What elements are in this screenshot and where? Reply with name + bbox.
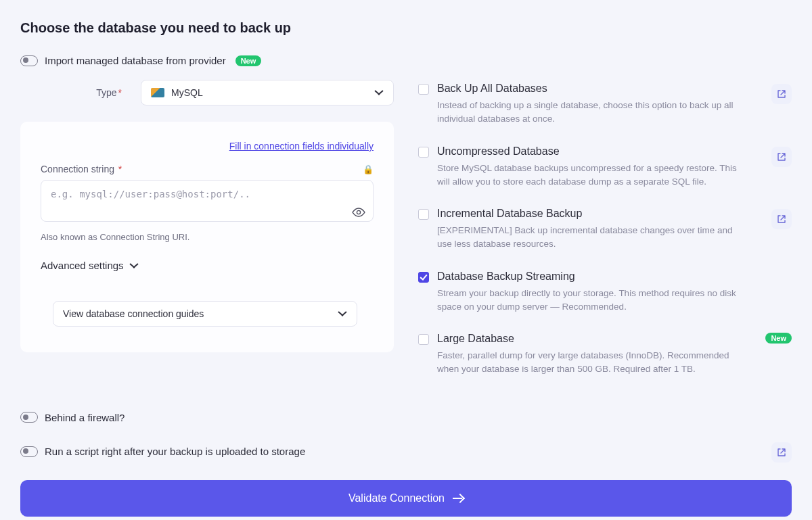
option-description: Stream your backup directly to your stor… [437, 287, 748, 314]
firewall-toggle-row: Behind a firewall? [20, 412, 792, 423]
option-description: Faster, parallel dump for very large dat… [437, 349, 748, 377]
option-row: Back Up All DatabasesInstead of backing … [418, 82, 792, 126]
import-toggle[interactable] [20, 55, 38, 66]
external-link-icon[interactable] [771, 209, 792, 229]
external-link-icon[interactable] [771, 84, 792, 104]
external-link-icon[interactable] [771, 147, 792, 167]
connection-string-hint: Also known as Connection String URI. [41, 232, 374, 242]
arrow-right-icon [453, 495, 464, 502]
option-row: Database Backup StreamingStream your bac… [418, 270, 792, 314]
option-row: Large DatabaseFaster, parallel dump for … [418, 333, 792, 377]
option-checkbox[interactable] [418, 147, 429, 158]
mysql-icon [151, 88, 164, 97]
option-checkbox[interactable] [418, 84, 429, 95]
option-title: Uncompressed Database [437, 145, 763, 158]
post-script-toggle[interactable] [20, 446, 38, 457]
guides-select[interactable]: View database connection guides [53, 301, 357, 327]
post-script-row: Run a script right after your backup is … [20, 441, 792, 463]
chevron-down-icon [374, 90, 384, 95]
fill-individually-link[interactable]: Fill in connection fields individually [229, 141, 374, 151]
validate-button-label: Validate Connection [348, 492, 445, 504]
option-title: Incremental Database Backup [437, 208, 763, 220]
new-badge: New [235, 55, 262, 66]
option-checkbox[interactable] [418, 334, 429, 345]
import-toggle-label: Import managed database from provider [45, 55, 226, 66]
chevron-down-icon [129, 263, 139, 268]
option-title: Back Up All Databases [437, 82, 763, 95]
type-label: Type* [20, 87, 122, 98]
reveal-icon[interactable] [352, 208, 365, 217]
external-link-icon[interactable] [771, 442, 792, 463]
post-script-toggle-label: Run a script right after your backup is … [45, 446, 305, 457]
page-title: Choose the database you need to back up [20, 20, 792, 36]
new-badge: New [765, 333, 792, 344]
option-checkbox[interactable] [418, 209, 429, 220]
option-description: Store MySQL database backups uncompresse… [437, 162, 748, 189]
validate-connection-button[interactable]: Validate Connection [20, 480, 792, 517]
connection-panel: Fill in connection fields individually C… [20, 122, 394, 352]
svg-point-0 [357, 210, 360, 214]
lock-icon: 🔒 [363, 164, 374, 174]
firewall-toggle-label: Behind a firewall? [45, 412, 125, 423]
option-row: Uncompressed DatabaseStore MySQL databas… [418, 145, 792, 189]
type-select[interactable]: MySQL [141, 80, 394, 105]
import-toggle-row: Import managed database from provider Ne… [20, 55, 792, 66]
guides-select-label: View database connection guides [63, 308, 204, 319]
type-selected-value: MySQL [171, 87, 203, 98]
option-checkbox[interactable] [418, 272, 429, 283]
chevron-down-icon [338, 311, 347, 316]
option-row: Incremental Database Backup[EXPERIMENTAL… [418, 208, 792, 252]
option-title: Large Database [437, 333, 754, 345]
connection-string-label: Connection string * [41, 164, 122, 174]
option-description: [EXPERIMENTAL] Back up incremental datab… [437, 224, 748, 252]
connection-string-input[interactable] [41, 180, 374, 222]
option-title: Database Backup Streaming [437, 270, 792, 283]
option-description: Instead of backing up a single database,… [437, 99, 748, 126]
firewall-toggle[interactable] [20, 412, 38, 423]
advanced-settings-toggle[interactable]: Advanced settings [41, 260, 374, 271]
